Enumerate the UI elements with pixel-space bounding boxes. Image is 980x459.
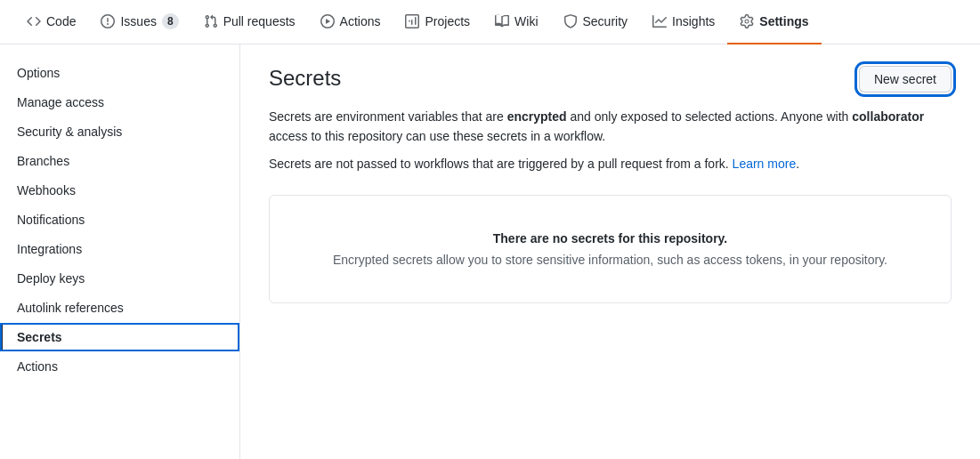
desc1-bold2: collaborator [852, 109, 924, 124]
sidebar-item-integrations[interactable]: Integrations [0, 235, 239, 263]
actions-nav-icon [320, 14, 335, 28]
sidebar-item-actions[interactable]: Actions [0, 352, 239, 381]
nav-item-issues[interactable]: Issues 8 [88, 0, 190, 44]
desc2-before: Secrets are not passed to workflows that… [269, 157, 733, 171]
nav-item-projects[interactable]: Projects [393, 0, 482, 44]
sidebar-item-manage-access[interactable]: Manage access [0, 88, 239, 117]
nav-item-code[interactable]: Code [14, 0, 88, 44]
nav-item-settings[interactable]: Settings [727, 0, 821, 44]
page-title: Secrets [269, 66, 341, 91]
sidebar-item-notifications[interactable]: Notifications [0, 205, 239, 234]
nav-label-projects: Projects [425, 14, 470, 28]
nav-label-wiki: Wiki [514, 14, 538, 28]
description-line1: Secrets are environment variables that a… [269, 107, 952, 147]
sidebar-item-branches[interactable]: Branches [0, 147, 239, 175]
pull-request-icon [204, 14, 218, 28]
sidebar-item-deploy-keys[interactable]: Deploy keys [0, 264, 239, 293]
nav-label-settings: Settings [759, 14, 808, 28]
nav-item-pull-requests[interactable]: Pull requests [191, 0, 308, 44]
nav-item-security[interactable]: Security [551, 0, 641, 44]
nav-label-code: Code [46, 14, 76, 28]
sidebar: Options Manage access Security & analysi… [0, 44, 240, 459]
desc1-bold1: encrypted [507, 109, 567, 124]
empty-state-desc: Encrypted secrets allow you to store sen… [291, 253, 929, 267]
sidebar-item-secrets[interactable]: Secrets [0, 323, 239, 351]
nav-item-actions[interactable]: Actions [308, 0, 393, 44]
nav-label-issues: Issues [120, 14, 156, 28]
desc1-middle: and only exposed to selected actions. An… [567, 109, 853, 124]
sidebar-item-webhooks[interactable]: Webhooks [0, 176, 239, 205]
desc1-before: Secrets are environment variables that a… [269, 109, 507, 124]
insights-icon [652, 14, 667, 28]
description-line2: Secrets are not passed to workflows that… [269, 154, 952, 173]
projects-icon [405, 14, 419, 28]
security-nav-icon [563, 14, 578, 28]
issue-icon [101, 14, 115, 28]
learn-more-link[interactable]: Learn more [733, 157, 797, 171]
empty-state-title: There are no secrets for this repository… [291, 231, 929, 246]
empty-state: There are no secrets for this repository… [269, 195, 952, 303]
top-nav: Code Issues 8 Pull requests Actions Proj… [0, 0, 980, 44]
desc2-after: . [796, 157, 799, 171]
wiki-icon [495, 14, 509, 28]
code-icon [27, 14, 41, 28]
layout: Options Manage access Security & analysi… [0, 44, 980, 459]
nav-label-security: Security [583, 14, 628, 28]
sidebar-item-options[interactable]: Options [0, 59, 239, 87]
sidebar-item-security-analysis[interactable]: Security & analysis [0, 117, 239, 146]
nav-item-wiki[interactable]: Wiki [482, 0, 550, 44]
main-content: Secrets New secret Secrets are environme… [240, 44, 980, 459]
nav-label-insights: Insights [672, 14, 715, 28]
nav-label-pull-requests: Pull requests [223, 14, 296, 28]
issues-badge: 8 [162, 13, 179, 29]
desc1-after: access to this repository can use these … [269, 129, 605, 143]
nav-label-actions: Actions [340, 14, 381, 28]
page-header: Secrets New secret [269, 66, 952, 93]
sidebar-item-autolink-references[interactable]: Autolink references [0, 294, 239, 322]
settings-nav-icon [740, 14, 754, 28]
new-secret-button[interactable]: New secret [859, 66, 952, 93]
nav-item-insights[interactable]: Insights [640, 0, 727, 44]
